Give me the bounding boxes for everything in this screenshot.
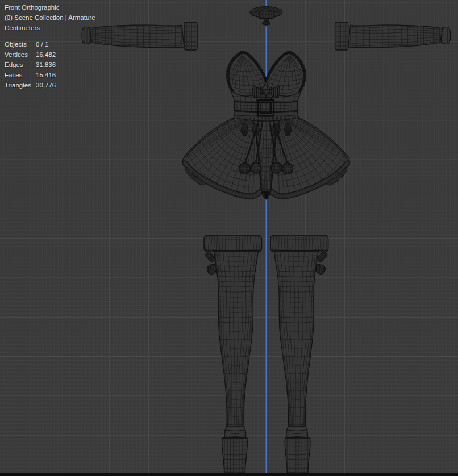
svg-text:Faces: Faces — [5, 72, 23, 78]
svg-text:(0) Scene Collection | Armatur: (0) Scene Collection | Armature — [5, 14, 95, 21]
svg-text:Centimeters: Centimeters — [5, 24, 40, 31]
svg-text:Edges: Edges — [5, 61, 23, 68]
svg-text:16,482: 16,482 — [36, 51, 56, 58]
svg-text:31,836: 31,836 — [36, 61, 56, 68]
svg-text:Triangles: Triangles — [5, 82, 31, 89]
svg-text:30,776: 30,776 — [36, 82, 56, 89]
svg-text:Front Orthographic: Front Orthographic — [5, 4, 60, 11]
svg-text:0 / 1: 0 / 1 — [36, 41, 48, 48]
svg-text:Objects: Objects — [5, 41, 27, 48]
svg-text:Vertices: Vertices — [5, 51, 28, 58]
svg-text:15,416: 15,416 — [36, 72, 56, 78]
